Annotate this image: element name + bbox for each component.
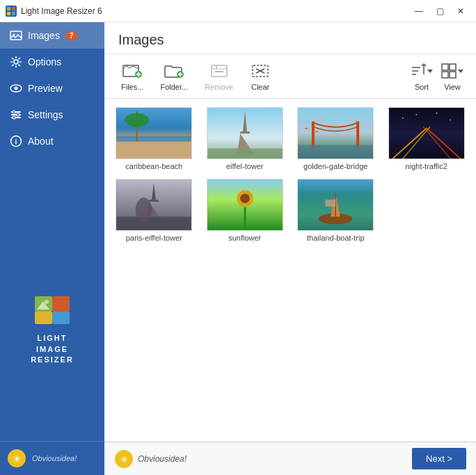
svg-line-12: [12, 58, 14, 60]
svg-rect-27: [52, 296, 70, 312]
clear-label: Clear: [251, 83, 269, 91]
image-item-night-traffic2[interactable]: night-traffic2: [386, 107, 468, 170]
next-button[interactable]: Next >: [412, 448, 466, 469]
sidebar-item-options[interactable]: Options: [0, 49, 104, 75]
bottom-brand-text: Obviousidea!: [138, 454, 187, 464]
sidebar-item-settings[interactable]: Settings: [0, 102, 104, 128]
add-folder-label: Folder...: [160, 83, 188, 91]
svg-rect-55: [442, 72, 448, 78]
svg-line-14: [19, 58, 21, 60]
image-label-golden-gate-bridge: golden-gate-bridge: [303, 162, 367, 170]
svg-rect-28: [35, 312, 52, 324]
svg-rect-70: [312, 121, 315, 148]
sidebar-images-label: Images: [28, 30, 60, 41]
svg-rect-3: [7, 12, 10, 15]
svg-rect-68: [207, 148, 282, 159]
svg-point-90: [136, 198, 152, 222]
svg-rect-72: [299, 145, 373, 159]
remove-label: Remove: [205, 83, 233, 91]
sidebar: Images 7: [0, 22, 104, 475]
bottom-logo-icon: ☀: [114, 449, 134, 469]
svg-rect-2: [12, 7, 15, 10]
remove-button[interactable]: Remove: [198, 58, 240, 94]
add-files-button[interactable]: Files...: [114, 58, 150, 94]
footer-brand: Obviousidea!: [32, 454, 77, 462]
sidebar-footer: ☀ Obviousidea!: [0, 441, 104, 475]
image-grid: caribbean-beach eiffel-tower: [113, 107, 468, 242]
sidebar-item-images[interactable]: Images 7: [0, 22, 104, 49]
image-thumb-paris-eiffel-tower: [116, 179, 192, 231]
sidebar-item-preview[interactable]: Preview: [0, 75, 104, 102]
sidebar-logo-icon: [31, 293, 73, 328]
image-item-thailand-boat-trip[interactable]: thailand-boat-trip: [294, 179, 377, 242]
footer-logo-icon: ☀: [7, 449, 26, 468]
window-title: Light Image Resizer 6: [21, 6, 409, 16]
svg-rect-29: [52, 312, 70, 324]
image-label-night-traffic2: night-traffic2: [406, 162, 447, 170]
svg-rect-65: [240, 131, 250, 134]
svg-rect-73: [305, 128, 308, 129]
image-thumb-thailand-boat-trip: [297, 179, 374, 231]
settings-icon: [10, 108, 22, 121]
image-label-paris-eiffel-tower: paris-eiffel-tower: [126, 234, 182, 242]
svg-point-22: [17, 113, 19, 116]
svg-line-13: [19, 65, 21, 67]
svg-rect-4: [12, 12, 15, 15]
view-label: View: [444, 83, 461, 91]
clear-button[interactable]: Clear: [243, 58, 278, 94]
svg-rect-5: [10, 31, 22, 40]
toolbar: Files... Folder...: [104, 54, 476, 99]
options-icon: [10, 56, 22, 68]
svg-point-83: [450, 120, 451, 121]
close-button[interactable]: ✕: [451, 3, 470, 19]
image-item-sunflower[interactable]: sunflower: [204, 179, 287, 242]
image-thumb-caribbean-beach: [116, 107, 192, 159]
svg-rect-103: [326, 200, 336, 207]
app-icon: [6, 6, 17, 17]
sidebar-settings-label: Settings: [28, 109, 63, 120]
view-icon: [443, 61, 462, 81]
images-icon: [10, 29, 22, 42]
sidebar-nav: Images 7: [0, 22, 104, 218]
add-folder-button[interactable]: Folder...: [153, 58, 195, 94]
maximize-button[interactable]: ▢: [430, 3, 450, 19]
images-badge: 7: [65, 31, 78, 40]
svg-text:☀: ☀: [13, 453, 22, 465]
svg-marker-52: [427, 70, 433, 73]
svg-point-82: [436, 113, 437, 114]
window-controls: — ▢ ✕: [409, 3, 470, 19]
image-item-caribbean-beach[interactable]: caribbean-beach: [113, 107, 196, 170]
about-icon: i: [10, 135, 22, 147]
view-button[interactable]: View: [438, 58, 466, 94]
image-thumb-eiffel-tower: [207, 107, 283, 159]
svg-rect-1: [7, 7, 10, 10]
preview-icon: [10, 82, 22, 95]
sort-button[interactable]: Sort: [408, 58, 436, 94]
svg-marker-57: [458, 70, 463, 73]
sidebar-options-label: Options: [28, 56, 61, 67]
svg-point-94: [240, 193, 250, 203]
image-item-golden-gate-bridge[interactable]: golden-gate-bridge: [294, 107, 377, 170]
svg-rect-71: [356, 121, 359, 148]
svg-point-62: [125, 113, 149, 127]
image-item-eiffel-tower[interactable]: eiffel-tower: [204, 107, 287, 170]
minimize-button[interactable]: —: [409, 3, 429, 19]
image-grid-container: caribbean-beach eiffel-tower: [104, 99, 476, 442]
svg-rect-60: [117, 136, 191, 142]
image-label-caribbean-beach: caribbean-beach: [125, 162, 182, 170]
toolbar-right: Sort: [408, 58, 466, 94]
sort-icon: [412, 61, 431, 81]
add-folder-icon: [164, 61, 184, 81]
sidebar-item-about[interactable]: i About: [0, 128, 104, 154]
page-title: Images: [118, 32, 462, 48]
image-thumb-night-traffic2: [388, 107, 465, 159]
page-header: Images: [104, 22, 476, 54]
sidebar-about-label: About: [28, 136, 54, 147]
title-bar: Light Image Resizer 6 — ▢ ✕: [0, 0, 476, 22]
app-body: Images 7: [0, 22, 476, 475]
remove-icon: [209, 61, 229, 81]
svg-rect-56: [450, 72, 456, 78]
sort-label: Sort: [415, 83, 429, 91]
image-thumb-golden-gate-bridge: [297, 107, 374, 159]
image-item-paris-eiffel-tower[interactable]: paris-eiffel-tower: [113, 179, 196, 242]
